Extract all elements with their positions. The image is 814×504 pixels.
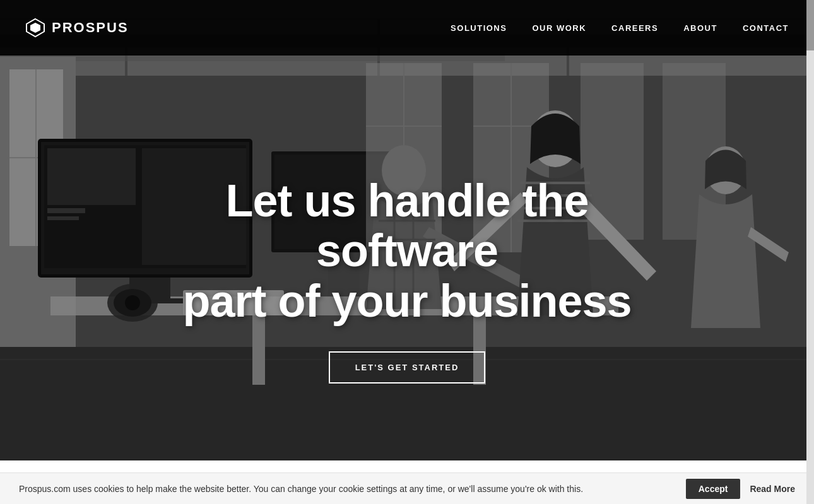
accept-button[interactable]: Accept xyxy=(686,479,741,499)
nav-solutions[interactable]: SOLUTIONS xyxy=(451,23,507,33)
hero-cta-button[interactable]: LET'S GET STARTED xyxy=(329,351,486,384)
nav-our-work[interactable]: OUR WORK xyxy=(532,23,586,33)
logo-area: PROSPUS xyxy=(25,18,129,38)
hero-title-line1: Let us handle the software xyxy=(225,175,588,276)
nav-careers[interactable]: CAREERS xyxy=(611,23,658,33)
hero-title-line2: part of your business xyxy=(182,276,631,326)
nav-contact[interactable]: CONTACT xyxy=(743,23,789,33)
main-nav: SOLUTIONS OUR WORK CAREERS ABOUT CONTACT xyxy=(451,23,789,33)
cookie-actions: Accept Read More xyxy=(686,479,795,499)
read-more-button[interactable]: Read More xyxy=(750,484,795,494)
nav-about[interactable]: ABOUT xyxy=(683,23,717,33)
scrollbar-thumb[interactable] xyxy=(806,0,814,50)
svg-marker-55 xyxy=(30,23,40,33)
scrollbar-track xyxy=(806,0,814,504)
cookie-message: Prospus.com uses cookies to help make th… xyxy=(19,484,673,494)
hero-title: Let us handle the software part of your … xyxy=(148,176,666,326)
hero-content: Let us handle the software part of your … xyxy=(0,56,814,504)
logo-text: PROSPUS xyxy=(52,20,129,36)
header: PROSPUS SOLUTIONS OUR WORK CAREERS ABOUT… xyxy=(0,0,814,56)
logo-icon xyxy=(25,18,45,38)
cookie-banner: Prospus.com uses cookies to help make th… xyxy=(0,472,814,504)
